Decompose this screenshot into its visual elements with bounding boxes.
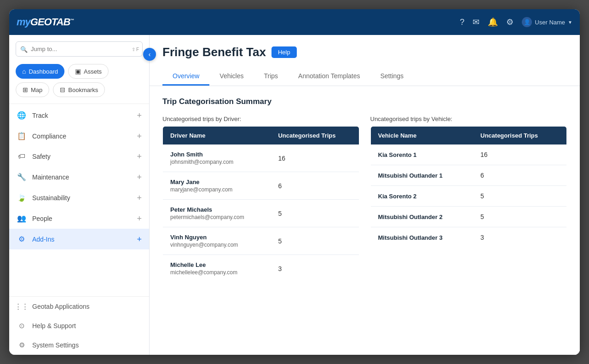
bookmark-icon: ⊟ [60,86,65,93]
logo-tm: ™ [70,18,74,23]
people-expand-icon[interactable]: + [137,214,142,223]
drivers-table-header-row: Driver Name Uncategorised Trips [163,127,359,145]
table-row: Mitsubishi Outlander 2 5 [370,207,567,227]
vehicles-col-name: Vehicle Name [370,127,473,145]
sidebar-item-sustainability-label: Sustainability [32,194,137,202]
sidebar-item-safety[interactable]: 🏷 Safety + [9,146,149,167]
vehicle-name-cell: Mitsubishi Outlander 3 [370,227,473,248]
sidebar-item-system-settings[interactable]: ⚙ System Settings [9,335,149,355]
vehicle-trips-count: 16 [473,144,566,165]
sustainability-expand-icon[interactable]: + [137,194,142,202]
tab-trips[interactable]: Trips [254,68,289,86]
globe-icon: 🌐 [17,111,27,120]
sidebar: 🔍 ⇧ F ⌂ Dashboard ▣ Assets ⊞ [9,35,150,355]
sidebar-item-sustainability[interactable]: 🍃 Sustainability + [9,187,149,208]
table-row: Mary Jane maryjane@company.com 6 [163,172,359,200]
puzzle-icon: ⚙ [17,235,27,243]
shield-icon: 🏷 [17,152,27,161]
help-button[interactable]: Help [271,46,297,58]
tab-vehicles[interactable]: Vehicles [209,68,254,86]
nav-divider-1 [9,104,149,104]
driver-name: John Smith [170,151,263,158]
vehicles-table-section: Uncategorised trips by Vehicle: Vehicle … [370,116,567,283]
sidebar-collapse-button[interactable]: ‹ [143,48,156,61]
sidebar-item-compliance-label: Compliance [32,133,137,140]
sidebar-item-track[interactable]: 🌐 Track + [9,105,149,126]
nav-map-label: Map [31,87,42,93]
table-row: Mitsubishi Outlander 1 6 [370,165,567,186]
bell-icon[interactable]: 🔔 [488,17,498,27]
grid-icon: ⋮⋮ [17,302,27,311]
nav-assets-button[interactable]: ▣ Assets [68,64,109,79]
table-row: Kia Sorento 1 16 [370,144,567,165]
user-menu[interactable]: 👤 User Name ▼ [522,17,572,27]
sidebar-item-compliance[interactable]: 📋 Compliance + [9,126,149,146]
nav-map-button[interactable]: ⊞ Map [16,82,49,97]
nav-bookmarks-button[interactable]: ⊟ Bookmarks [53,82,105,97]
help-support-label: Help & Support [32,322,76,329]
chevron-left-icon: ‹ [149,51,151,58]
home-icon: ⌂ [22,68,26,75]
table-row: Kia Sorento 2 5 [370,186,567,207]
mail-icon[interactable]: ✉ [473,17,479,27]
sidebar-bottom: ⋮⋮ Geotab Applications ⊙ Help & Support … [9,296,149,355]
sidebar-item-addins-label: Add-Ins [32,236,137,243]
geotab-apps-label: Geotab Applications [32,303,90,310]
vehicles-table: Vehicle Name Uncategorised Trips Kia Sor… [370,126,567,248]
vehicles-table-header-row: Vehicle Name Uncategorised Trips [370,127,567,145]
logo-geotab: GEOTAB [30,16,70,28]
table-row: Peter Michaels petermichaels@company.com… [163,200,359,227]
map-icon: ⊞ [23,86,28,93]
addins-expand-icon[interactable]: + [137,235,142,243]
sidebar-item-addins[interactable]: ⚙ Add-Ins + [9,229,149,249]
sidebar-item-maintenance[interactable]: 🔧 Maintenance + [9,167,149,187]
driver-name: Peter Michaels [170,206,263,213]
track-expand-icon[interactable]: + [137,111,142,120]
sidebar-item-people[interactable]: 👥 People + [9,208,149,229]
shortcut-f-label: F [136,46,139,52]
driver-trips-count: 6 [271,172,359,200]
tab-annotation-templates[interactable]: Annotation Templates [288,68,370,86]
driver-name-cell: Peter Michaels petermichaels@company.com [163,200,271,227]
tab-settings[interactable]: Settings [370,68,414,86]
sidebar-search-container: 🔍 ⇧ F [16,41,143,57]
vehicles-table-label: Uncategorised trips by Vehicle: [370,116,567,122]
safety-expand-icon[interactable]: + [137,152,142,161]
sidebar-item-track-label: Track [32,112,137,119]
search-input[interactable] [16,41,143,57]
tab-overview[interactable]: Overview [162,68,209,86]
vehicle-name-cell: Kia Sorento 1 [370,144,473,165]
avatar: 👤 [522,17,532,27]
nav-assets-label: Assets [84,68,102,75]
table-row: Mitsubishi Outlander 3 3 [370,227,567,248]
nav-bookmarks-label: Bookmarks [68,87,98,93]
driver-name-cell: Vinh Nguyen vinhnguyen@company.com [163,227,271,255]
driver-email: vinhnguyen@company.com [170,242,263,248]
nav-dashboard-button[interactable]: ⌂ Dashboard [16,64,64,79]
driver-email: petermichaels@company.com [170,214,263,220]
vehicle-name: Kia Sorento 2 [378,193,466,200]
vehicle-name-cell: Kia Sorento 2 [370,186,473,207]
settings-icon[interactable]: ⚙ [506,17,514,27]
help-icon[interactable]: ? [460,17,464,27]
search-icon: 🔍 [20,46,28,52]
table-row: Vinh Nguyen vinhnguyen@company.com 5 [163,227,359,255]
tabs-bar: Overview Vehicles Trips Annotation Templ… [162,68,567,86]
maintenance-expand-icon[interactable]: + [137,173,142,181]
user-dropdown-icon: ▼ [568,20,572,25]
drivers-table-label: Uncategorised trips by Driver: [162,116,359,122]
page-title-row: Fringe Benefit Tax Help [162,45,567,59]
sidebar-item-geotab-apps[interactable]: ⋮⋮ Geotab Applications [9,297,149,316]
driver-name: Michelle Lee [170,261,263,268]
driver-trips-count: 5 [271,200,359,227]
clipboard-icon: 📋 [17,132,27,140]
table-row: John Smith johnsmith@company.com 16 [163,144,359,172]
driver-name: Mary Jane [170,179,263,185]
shortcut-shift-icon: ⇧ [132,46,135,52]
compliance-expand-icon[interactable]: + [137,132,142,140]
vehicle-name: Mitsubishi Outlander 3 [378,234,466,241]
content-body: Trip Categorisation Summary Uncategorise… [150,86,580,355]
sidebar-item-help-support[interactable]: ⊙ Help & Support [9,316,149,335]
tables-row: Uncategorised trips by Driver: Driver Na… [162,116,567,283]
vehicle-trips-count: 5 [473,207,566,227]
